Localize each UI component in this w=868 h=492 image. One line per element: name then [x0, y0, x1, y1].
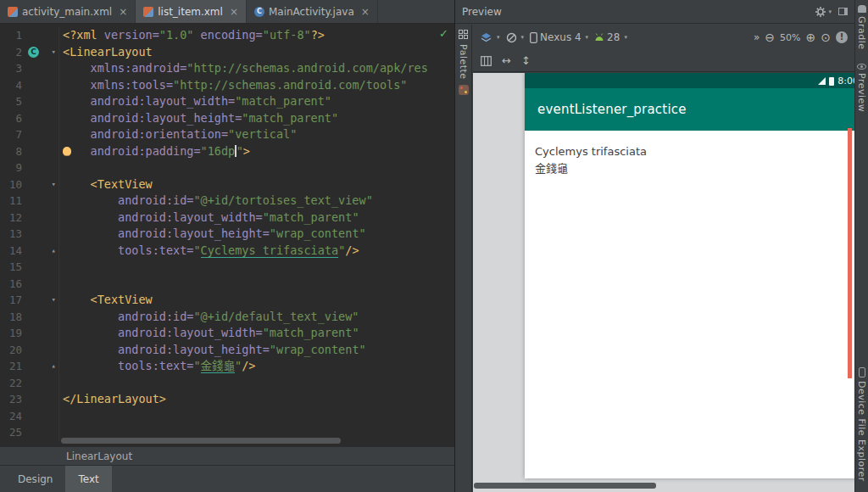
code-line-11[interactable]: 11 android:id="@+id/tortoises_text_view": [0, 193, 454, 210]
breadcrumb[interactable]: LinearLayout: [0, 446, 454, 465]
code-line-15[interactable]: 15: [0, 259, 454, 276]
canvas-horizontal-scrollbar[interactable]: [474, 483, 656, 489]
editor-tab-list_item.xml[interactable]: list_item.xml×: [136, 0, 247, 23]
code-editor[interactable]: 1<?xml version="1.0" encoding="utf-8"?>2…: [0, 25, 454, 446]
chevron-down-icon: ▾: [828, 8, 832, 15]
code-line-17[interactable]: 17▾ <TextView: [0, 292, 454, 309]
render-issues-button[interactable]: !: [836, 31, 848, 43]
gear-icon: [815, 7, 826, 17]
gutter: [24, 259, 59, 276]
code-line-22[interactable]: 22: [0, 375, 454, 392]
text-tab[interactable]: Text: [65, 466, 111, 492]
code-line-14[interactable]: 14▴ tools:text="Cyclemys trifasciata"/>: [0, 243, 454, 260]
line-number: 25: [0, 424, 24, 441]
gutter: ▾: [24, 176, 59, 193]
toolbar-overflow-chevron[interactable]: »: [754, 31, 760, 43]
tab-label: MainActivity.java: [269, 6, 354, 18]
panel-settings-button[interactable]: ▾: [815, 7, 832, 17]
code-line-3[interactable]: 3 xmlns:android="http://schemas.android.…: [0, 60, 454, 77]
code-line-1[interactable]: 1<?xml version="1.0" encoding="utf-8"?>: [0, 27, 454, 44]
fold-up-icon[interactable]: ▴: [52, 358, 56, 375]
line-number: 24: [0, 408, 24, 425]
code-line-9[interactable]: 9: [0, 159, 454, 176]
line-number: 23: [0, 391, 24, 408]
code-line-13[interactable]: 13 android:layout_height="wrap_content": [0, 226, 454, 243]
fold-up-icon[interactable]: ▴: [52, 243, 56, 260]
palette-grid-icon[interactable]: [459, 30, 468, 39]
hide-panel-icon[interactable]: [838, 8, 848, 15]
fold-down-icon[interactable]: ▾: [52, 292, 56, 309]
editor-pane: activity_main.xml×list_item.xml×CMainAct…: [0, 0, 455, 492]
gutter: ▴: [24, 243, 59, 260]
code-text: <LinearLayout: [59, 44, 454, 61]
editor-view-switcher: Design Text: [0, 465, 454, 492]
code-line-6[interactable]: 6 android:layout_height="match_parent": [0, 110, 454, 127]
code-line-18[interactable]: 18 android:id="@+id/default_text_view": [0, 309, 454, 326]
code-line-4[interactable]: 4 xmlns:tools="http://schemas.android.co…: [0, 77, 454, 94]
code-text: </LinearLayout>: [59, 391, 454, 408]
palette-tab[interactable]: Palette: [458, 44, 469, 80]
code-text: <TextView: [59, 292, 454, 309]
code-text: android:layout_height="wrap_content": [59, 342, 454, 359]
design-surface-button[interactable]: ▾: [480, 32, 500, 43]
line-number: 13: [0, 226, 24, 243]
tool-strip-label: Device File Explorer: [856, 381, 867, 482]
close-tab-icon[interactable]: ×: [119, 6, 127, 18]
code-line-23[interactable]: 23</LinearLayout>: [0, 391, 454, 408]
horizontal-resize-icon[interactable]: ↔: [502, 54, 511, 67]
code-line-5[interactable]: 5 android:layout_width="match_parent": [0, 93, 454, 110]
close-tab-icon[interactable]: ×: [230, 6, 238, 18]
tool-strip-tab-gradle[interactable]: Gradle: [856, 5, 867, 50]
device-selector[interactable]: Nexus 4 ▾: [530, 31, 588, 43]
line-number: 12: [0, 210, 24, 226]
signal-icon: [818, 77, 826, 85]
canvas-vertical-scrollbar[interactable]: [848, 128, 852, 378]
line-number: 19: [0, 325, 24, 342]
code-line-19[interactable]: 19 android:layout_width="match_parent": [0, 325, 454, 342]
code-line-7[interactable]: 7 android:orientation="vertical": [0, 126, 454, 143]
code-line-8[interactable]: 8 android:padding="16dp">: [0, 143, 454, 160]
close-tab-icon[interactable]: ×: [361, 6, 370, 18]
zoom-in-button[interactable]: ⊕: [806, 31, 816, 44]
code-line-2[interactable]: 2C▾<LinearLayout: [0, 44, 454, 61]
design-tab[interactable]: Design: [5, 466, 65, 492]
palette-colors-icon[interactable]: [459, 85, 469, 95]
status-clock: 8:00: [837, 75, 854, 87]
tab-label: list_item.xml: [158, 6, 223, 18]
preview-canvas[interactable]: 8:00 eventListener_practice Cyclemys tri…: [473, 73, 854, 492]
editor-tab-activity_main.xml[interactable]: activity_main.xml×: [0, 0, 136, 23]
code-line-10[interactable]: 10▾ <TextView: [0, 176, 454, 193]
fold-down-icon[interactable]: ▾: [52, 176, 56, 193]
eye-icon: [857, 64, 866, 70]
gutter: [24, 126, 59, 143]
line-number: 6: [0, 110, 24, 127]
device-app-bar: eventListener_practice: [525, 88, 854, 131]
column-grid-icon[interactable]: [481, 56, 492, 66]
gutter: [24, 342, 59, 359]
intention-bulb-icon[interactable]: [63, 147, 71, 155]
gutter: [24, 159, 59, 176]
orientation-button[interactable]: ▾: [506, 32, 525, 43]
device-screen: 8:00 eventListener_practice Cyclemys tri…: [525, 73, 854, 478]
code-line-24[interactable]: 24: [0, 408, 454, 425]
line-number: 9: [0, 159, 24, 176]
vertical-resize-icon[interactable]: ↕: [521, 54, 531, 67]
editor-tab-MainActivity.java[interactable]: CMainActivity.java×: [247, 0, 378, 23]
code-line-16[interactable]: 16: [0, 276, 454, 293]
slash-circle-icon: [506, 32, 517, 43]
zoom-out-button[interactable]: ⊖: [765, 31, 775, 44]
gutter: [24, 391, 59, 408]
editor-horizontal-scrollbar[interactable]: [61, 438, 341, 444]
tool-strip-label: Gradle: [856, 16, 867, 50]
tool-strip-tab-device-file-explorer[interactable]: Device File Explorer: [856, 367, 867, 482]
gutter: [24, 60, 59, 77]
preview-panel: Preview ▾: [455, 0, 854, 492]
api-version-selector[interactable]: 28 ▾: [594, 31, 627, 43]
tool-strip-tab-preview[interactable]: Preview: [856, 64, 867, 112]
code-line-12[interactable]: 12 android:layout_width="match_parent": [0, 210, 454, 226]
code-line-20[interactable]: 20 android:layout_height="wrap_content": [0, 342, 454, 359]
code-line-21[interactable]: 21▴ tools:text="金錢龜"/>: [0, 358, 454, 375]
fold-down-icon[interactable]: ▾: [52, 44, 56, 61]
gutter: [24, 325, 59, 342]
zoom-fit-button[interactable]: ⊙: [821, 31, 831, 44]
